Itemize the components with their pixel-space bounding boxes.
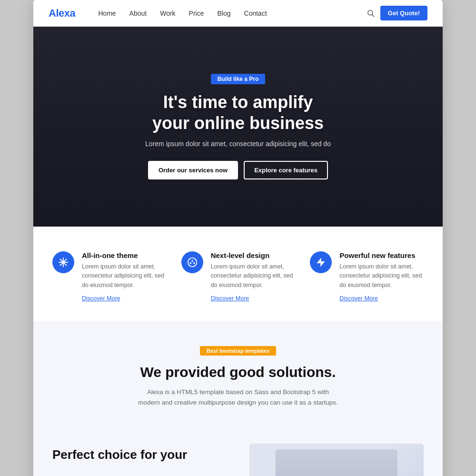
svg-point-9 <box>193 263 194 264</box>
browser-window: Alexa Home About Work Price Blog Contact… <box>33 0 443 476</box>
powerful-icon <box>310 251 332 273</box>
feature-item-all-in-one: All-in-one theme Lorem ipsum dolor sit a… <box>52 251 166 302</box>
bottom-image <box>249 444 424 476</box>
nav-link-blog[interactable]: Blog <box>218 10 231 17</box>
feature-desc-all-in-one: Lorem ipsum dolor sit amet, consectetur … <box>82 262 166 290</box>
svg-point-7 <box>190 263 191 264</box>
navbar-actions: Get Quote! <box>367 6 427 20</box>
nav-item-contact[interactable]: Contact <box>244 9 267 18</box>
feature-title-next-level: Next-level design <box>211 251 295 259</box>
lightning-icon <box>316 257 326 268</box>
feature-item-powerful: Powerful new features Lorem ipsum dolor … <box>310 251 424 302</box>
solutions-title: We provided good solutions. <box>52 364 424 380</box>
brand-logo[interactable]: Alexa <box>49 7 75 20</box>
svg-line-1 <box>372 15 374 17</box>
solutions-badge: Best bootstrap templates <box>200 346 276 356</box>
solutions-desc: Alexa is a HTML5 template based on Sass … <box>138 387 338 407</box>
hero-title: It's time to amplifyyour online business <box>145 92 331 133</box>
hero-section: Build like a Pro It's time to amplifyyou… <box>33 27 443 227</box>
nav-item-blog[interactable]: Blog <box>218 9 231 18</box>
solutions-section: Best bootstrap templates We provided goo… <box>33 321 443 444</box>
nav-link-home[interactable]: Home <box>98 10 116 17</box>
nav-item-home[interactable]: Home <box>98 9 116 18</box>
brand-name-part1: Alex <box>49 7 69 19</box>
nav-link-contact[interactable]: Contact <box>244 10 267 17</box>
hero-content: Build like a Pro It's time to amplifyyou… <box>136 74 340 179</box>
svg-point-6 <box>188 258 197 267</box>
feature-desc-powerful: Lorem ipsum dolor sit amet, consectetur … <box>339 262 424 290</box>
bottom-section: Perfect choice for your <box>33 444 443 476</box>
feature-text-next-level: Next-level design Lorem ipsum dolor sit … <box>211 251 295 302</box>
nav-link-price[interactable]: Price <box>189 10 204 17</box>
bottom-text: Perfect choice for your <box>52 444 227 462</box>
nav-item-price[interactable]: Price <box>189 9 204 18</box>
next-level-icon <box>181 251 203 273</box>
explore-features-button[interactable]: Explore core features <box>244 161 328 179</box>
svg-marker-10 <box>317 258 325 267</box>
feature-link-next-level[interactable]: Discover More <box>211 295 249 302</box>
feature-link-all-in-one[interactable]: Discover More <box>82 295 120 302</box>
feature-title-powerful: Powerful new features <box>339 251 424 259</box>
all-in-one-icon <box>52 251 74 273</box>
nav-item-about[interactable]: About <box>129 9 147 18</box>
hero-subtitle: Lorem ipsum dolor sit amet, consectetur … <box>145 140 331 148</box>
feature-desc-next-level: Lorem ipsum dolor sit amet, consectetur … <box>211 262 295 290</box>
snowflake-icon <box>58 257 69 268</box>
palette-icon <box>187 257 198 268</box>
search-button[interactable] <box>367 9 375 17</box>
feature-title-all-in-one: All-in-one theme <box>82 251 166 259</box>
search-icon <box>367 9 375 17</box>
features-section: All-in-one theme Lorem ipsum dolor sit a… <box>33 227 443 321</box>
feature-text-powerful: Powerful new features Lorem ipsum dolor … <box>339 251 424 302</box>
order-services-button[interactable]: Order our services now <box>148 161 238 179</box>
nav-links: Home About Work Price Blog Contact <box>98 9 367 18</box>
brand-name-part2: a <box>69 7 75 19</box>
navbar: Alexa Home About Work Price Blog Contact… <box>33 0 443 27</box>
get-quote-button[interactable]: Get Quote! <box>380 6 427 20</box>
hero-buttons: Order our services now Explore core feat… <box>145 161 331 179</box>
feature-text-all-in-one: All-in-one theme Lorem ipsum dolor sit a… <box>82 251 166 302</box>
nav-link-work[interactable]: Work <box>160 10 175 17</box>
svg-point-8 <box>192 260 193 261</box>
nav-link-about[interactable]: About <box>129 10 147 17</box>
feature-item-next-level: Next-level design Lorem ipsum dolor sit … <box>181 251 295 302</box>
feature-link-powerful[interactable]: Discover More <box>339 295 378 302</box>
bottom-title: Perfect choice for your <box>52 447 227 462</box>
features-grid: All-in-one theme Lorem ipsum dolor sit a… <box>52 251 424 302</box>
hero-badge: Build like a Pro <box>211 74 266 84</box>
nav-item-work[interactable]: Work <box>160 9 175 18</box>
